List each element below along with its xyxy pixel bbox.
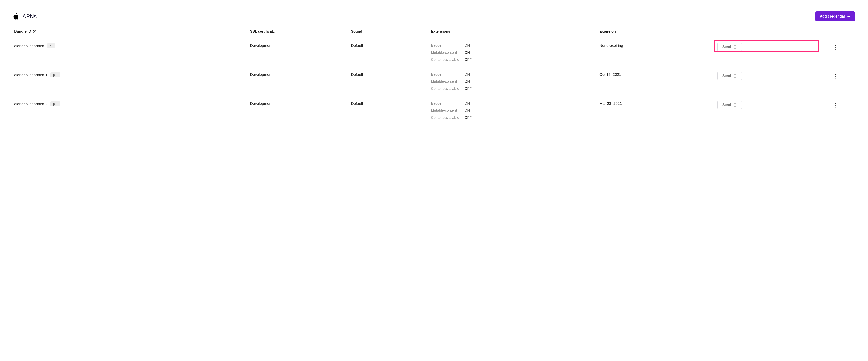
menu-cell (817, 67, 855, 96)
send-button[interactable]: Send (717, 72, 742, 80)
title-group: APNs (13, 13, 37, 20)
bundle-id: alanchoi.sendbird-1 (14, 73, 48, 77)
row-menu-button[interactable] (834, 102, 838, 109)
device-icon (733, 74, 737, 78)
col-header-expire: Expire on (598, 29, 716, 38)
row-menu-button[interactable] (834, 44, 838, 51)
ext-value-mutable: ON (464, 51, 472, 55)
expire-cell: Oct 15, 2021 (598, 67, 716, 96)
ext-label-mutable: Mutable-content (431, 108, 459, 113)
bundle-id: alanchoi.sendbird-2 (14, 102, 48, 106)
ext-value-mutable: ON (464, 108, 472, 113)
bundle-cell: alanchoi.sendbird-1.p12 (14, 73, 248, 78)
send-button[interactable]: Send (717, 101, 742, 109)
svg-rect-8 (734, 104, 736, 107)
table-header-row: Bundle ID i SSL certificat… Sound Extens… (13, 29, 855, 38)
table-row: alanchoi.sendbird-2.p12DevelopmentDefaul… (13, 96, 855, 125)
ext-label-content: Content-available (431, 58, 459, 62)
col-header-bundle: Bundle ID i (13, 29, 249, 38)
send-button-label: Send (722, 74, 731, 78)
apple-icon (13, 13, 19, 20)
send-cell: Send (716, 38, 817, 67)
ext-value-mutable: ON (464, 80, 472, 84)
col-header-sound: Sound (350, 29, 430, 38)
add-credential-button[interactable]: Add credential (815, 11, 855, 21)
sound-cell: Default (350, 67, 430, 96)
ssl-cell: Development (249, 96, 350, 125)
device-icon (733, 45, 737, 49)
col-header-ssl: SSL certificat… (249, 29, 350, 38)
bundle-cell: alanchoi.sendbird.p8 (14, 44, 248, 49)
info-icon[interactable]: i (33, 30, 36, 33)
ext-value-badge: ON (464, 44, 472, 48)
row-menu-button[interactable] (834, 73, 838, 80)
ext-value-content: OFF (464, 115, 472, 120)
extensions-cell: BadgeMutable-contentContent-availableONO… (430, 38, 598, 67)
svg-rect-2 (734, 46, 736, 49)
expire-cell: Mar 23, 2021 (598, 96, 716, 125)
send-cell: Send (716, 96, 817, 125)
menu-cell (817, 96, 855, 125)
bundle-cell: alanchoi.sendbird-2.p12 (14, 102, 248, 107)
table-row: alanchoi.sendbird.p8DevelopmentDefaultBa… (13, 38, 855, 67)
ext-value-content: OFF (464, 58, 472, 62)
ext-label-badge: Badge (431, 44, 459, 48)
ext-label-badge: Badge (431, 73, 459, 77)
file-ext-tag: .p12 (51, 102, 60, 107)
ext-label-badge: Badge (431, 102, 459, 106)
apns-panel: APNs Add credential Bundle ID i SSL cert… (2, 2, 866, 133)
panel-header: APNs Add credential (13, 11, 855, 21)
col-header-bundle-label: Bundle ID (14, 29, 31, 34)
ssl-cell: Development (249, 67, 350, 96)
add-credential-label: Add credential (820, 14, 845, 19)
col-header-extensions: Extensions (430, 29, 598, 38)
send-button[interactable]: Send (717, 43, 742, 51)
extensions-cell: BadgeMutable-contentContent-availableONO… (430, 67, 598, 96)
menu-cell (817, 38, 855, 67)
ext-label-content: Content-available (431, 115, 459, 120)
svg-rect-5 (734, 75, 736, 78)
col-header-actions (716, 29, 817, 38)
send-cell: Send (716, 67, 817, 96)
ext-value-badge: ON (464, 102, 472, 106)
send-button-label: Send (722, 103, 731, 107)
extensions-cell: BadgeMutable-contentContent-availableONO… (430, 96, 598, 125)
send-button-label: Send (722, 45, 731, 49)
ext-label-content: Content-available (431, 86, 459, 91)
bundle-id: alanchoi.sendbird (14, 44, 44, 48)
ext-value-badge: ON (464, 73, 472, 77)
table-row: alanchoi.sendbird-1.p12DevelopmentDefaul… (13, 67, 855, 96)
file-ext-tag: .p12 (51, 73, 60, 78)
ext-label-mutable: Mutable-content (431, 51, 459, 55)
sound-cell: Default (350, 96, 430, 125)
expire-cell: None-expiring (598, 38, 716, 67)
sound-cell: Default (350, 38, 430, 67)
file-ext-tag: .p8 (47, 44, 55, 49)
col-header-menu (817, 29, 855, 38)
ext-value-content: OFF (464, 86, 472, 91)
credentials-table: Bundle ID i SSL certificat… Sound Extens… (13, 29, 855, 125)
panel-title: APNs (22, 13, 37, 20)
device-icon (733, 103, 737, 107)
ext-label-mutable: Mutable-content (431, 80, 459, 84)
ssl-cell: Development (249, 38, 350, 67)
plus-icon (847, 15, 850, 18)
